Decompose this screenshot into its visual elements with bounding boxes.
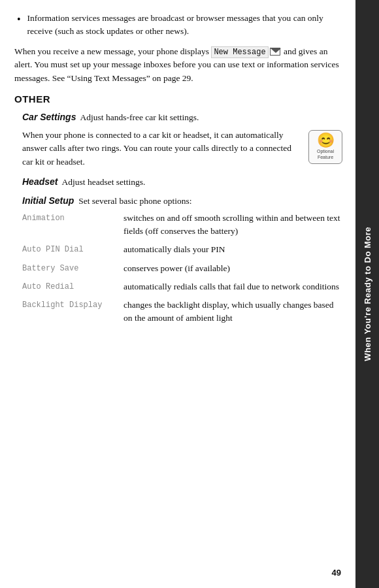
settings-row: Backlight Displaychanges the backlight d… [22,299,342,325]
initial-setup-title: Initial Setup [22,195,74,206]
optional-feature-label: OptionalFeature [317,149,334,160]
settings-row: Animationswitches on and off smooth scro… [22,212,342,238]
car-settings-row: Car Settings Adjust hands-free car kit s… [14,111,342,124]
bullet-dot: • [17,12,21,27]
settings-key: Battery Save [22,262,124,274]
headset-row: Headset Adjust headset settings. [14,176,342,189]
settings-table: Animationswitches on and off smooth scro… [14,212,342,325]
para-before: When you receive a new message, your pho… [14,46,211,56]
initial-setup-row: Initial Setup Set several basic phone op… [14,195,342,208]
settings-value: changes the backlight display, which usu… [124,299,342,325]
bullet-section: • Information services messages are broa… [14,12,342,39]
bullet-text: Information services messages are broadc… [27,12,342,39]
car-settings-description: Adjust hands-free car kit settings. [78,112,199,122]
envelope-icon [270,48,280,56]
settings-key: Auto PIN Dial [22,243,124,255]
settings-key: Animation [22,212,124,224]
inline-code-new-message: New Message [211,46,268,58]
other-section-header: Other [14,93,342,105]
settings-value: conserves power (if available) [124,262,230,275]
settings-row: Auto PIN Dialautomatically dials your PI… [22,243,342,256]
initial-setup-description: Set several basic phone options: [76,196,192,206]
optional-feature-badge: 😊 OptionalFeature [308,130,342,164]
headset-description: Adjust headset settings. [60,177,146,187]
settings-row: Battery Saveconserves power (if availabl… [22,262,342,275]
car-settings-title: Car Settings [22,112,76,122]
page-number: 49 [332,568,341,578]
settings-key: Auto Redial [22,280,124,293]
intro-paragraph: When you receive a new message, your pho… [14,45,342,86]
side-tab-text: When You're Ready to Do More [363,227,372,361]
main-content: • Information services messages are broa… [0,0,355,588]
settings-key: Backlight Display [22,299,124,311]
headset-title: Headset [22,176,58,187]
optional-feature-face: 😊 [317,133,335,148]
settings-value: automatically dials your PIN [124,243,225,256]
settings-value: automatically redials calls that fail du… [124,280,339,293]
settings-row: Auto Redialautomatically redials calls t… [22,280,342,293]
settings-value: switches on and off smooth scrolling wit… [124,212,342,238]
car-settings-body-block: When your phone is connected to a car ki… [14,129,342,170]
car-settings-body-text: When your phone is connected to a car ki… [22,129,302,170]
bullet-item: • Information services messages are broa… [14,12,342,39]
side-tab: When You're Ready to Do More [355,0,379,588]
